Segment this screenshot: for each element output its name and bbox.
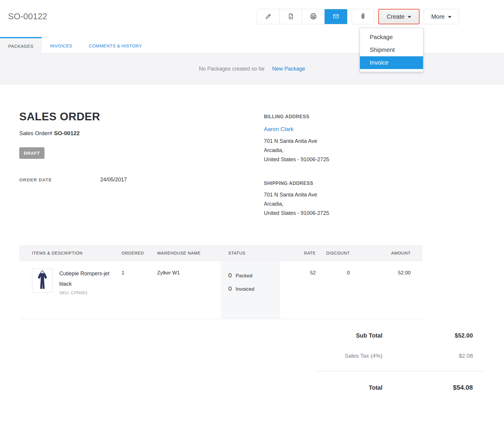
toolbar: Create More xyxy=(257,9,459,24)
chevron-down-icon xyxy=(448,16,452,18)
item-status-cell: 0 Packed 0 Invoiced xyxy=(221,261,280,319)
billing-address-line: 701 N Santa Anita Ave xyxy=(264,137,329,146)
packed-count: 0 xyxy=(228,272,232,279)
total-value: $54.08 xyxy=(382,384,485,391)
invoiced-label: Invoiced xyxy=(236,286,254,292)
billing-address-lines: 701 N Santa Anita Ave Arcadia, United St… xyxy=(264,137,329,164)
order-date-row: ORDER DATE 24/05/2017 xyxy=(19,177,264,183)
sales-tax-label: Sales Tax (4%) xyxy=(316,353,382,359)
billing-contact-link[interactable]: Aaron Clark xyxy=(264,126,329,132)
create-button-label: Create xyxy=(387,13,404,20)
item-name: Cutiepie Rompers-jet black xyxy=(59,268,120,289)
action-button-group xyxy=(257,9,347,24)
order-date-value: 24/05/2017 xyxy=(100,177,127,183)
item-discount: 0 xyxy=(316,261,350,319)
order-number-value: SO-00122 xyxy=(54,130,80,136)
tab-packages[interactable]: PACKAGES xyxy=(0,37,42,54)
subtotal-value: $52.00 xyxy=(382,332,485,339)
shipping-address-line: United States - 91006-2725 xyxy=(264,209,329,218)
tab-comments-history[interactable]: COMMENTS & HISTORY xyxy=(81,37,150,53)
create-button[interactable]: Create xyxy=(378,9,420,24)
order-date-label: ORDER DATE xyxy=(19,177,100,182)
pdf-file-icon xyxy=(287,13,294,21)
item-ordered-qty: 1 xyxy=(122,261,157,319)
packages-empty-bar: No Packages created so far New Package xyxy=(0,54,504,84)
status-badge: DRAFT xyxy=(19,147,44,159)
attachment-button[interactable] xyxy=(352,9,374,24)
subtotal-row: Sub Total $52.00 xyxy=(316,332,485,339)
page-title: SO-00122 xyxy=(8,9,47,24)
totals-divider xyxy=(316,371,485,371)
item-warehouse: Zylker W1 xyxy=(157,261,221,319)
status-packed: 0 Packed xyxy=(228,272,280,279)
shipping-address-line: 701 N Santa Anita Ave xyxy=(264,190,329,199)
tab-invoices[interactable]: INVOICES xyxy=(42,37,81,53)
column-header-warehouse: WAREHOUSE NAME xyxy=(157,251,221,255)
create-dropdown-menu: Package Shipment Invoice xyxy=(360,28,423,72)
column-header-status: STATUS xyxy=(221,251,280,255)
order-number-label: Sales Order# xyxy=(19,130,52,136)
shipping-address-heading: SHIPPING ADDRESS xyxy=(264,181,329,186)
order-number-line: Sales Order# SO-00122 xyxy=(19,130,264,137)
billing-address-line: Arcadia, xyxy=(264,146,329,155)
menu-item-package[interactable]: Package xyxy=(360,31,423,44)
totals-section: Sub Total $52.00 Sales Tax (4%) $2.08 To… xyxy=(316,319,485,409)
printer-icon xyxy=(310,12,317,21)
packed-label: Packed xyxy=(236,273,253,279)
no-packages-text: No Packages created so far xyxy=(199,66,265,72)
menu-item-shipment[interactable]: Shipment xyxy=(360,44,423,56)
menu-item-invoice[interactable]: Invoice xyxy=(360,56,423,69)
tab-invoices-label: INVOICES xyxy=(50,43,72,48)
column-header-rate: RATE xyxy=(280,251,316,255)
items-table: ITEMS & DESCRIPTION ORDERED WAREHOUSE NA… xyxy=(19,245,422,319)
shipping-address-line: Arcadia, xyxy=(264,199,329,209)
column-header-ordered: ORDERED xyxy=(122,251,157,255)
document-title: SALES ORDER xyxy=(19,111,264,123)
top-bar: SO-00122 xyxy=(0,0,504,37)
tab-comments-history-label: COMMENTS & HISTORY xyxy=(89,43,142,48)
billing-address-block: BILLING ADDRESS Aaron Clark 701 N Santa … xyxy=(264,114,329,164)
total-row: Total $54.08 xyxy=(316,384,485,391)
subtotal-label: Sub Total xyxy=(316,332,382,339)
shipping-address-lines: 701 N Santa Anita Ave Arcadia, United St… xyxy=(264,190,329,218)
column-header-items: ITEMS & DESCRIPTION xyxy=(19,251,122,255)
items-table-header: ITEMS & DESCRIPTION ORDERED WAREHOUSE NA… xyxy=(19,245,422,261)
item-rate: 52 xyxy=(280,261,316,319)
tab-packages-label: PACKAGES xyxy=(8,44,34,49)
pdf-button[interactable] xyxy=(280,9,302,24)
envelope-icon xyxy=(332,12,340,21)
more-button[interactable]: More xyxy=(424,9,459,24)
chevron-down-icon xyxy=(408,16,411,18)
paperclip-icon xyxy=(359,12,367,21)
column-header-discount: DISCOUNT xyxy=(316,251,350,255)
table-row: Cutiepie Rompers-jet black SKU: CPR001 1… xyxy=(19,261,422,319)
shipping-address-block: SHIPPING ADDRESS 701 N Santa Anita Ave A… xyxy=(264,181,329,218)
billing-address-heading: BILLING ADDRESS xyxy=(264,114,329,119)
pencil-icon xyxy=(265,13,272,21)
sales-tax-value: $2.08 xyxy=(382,353,485,359)
new-package-link[interactable]: New Package xyxy=(272,66,305,72)
more-button-label: More xyxy=(431,13,445,20)
item-sku: SKU: CPR001 xyxy=(59,290,120,295)
print-button[interactable] xyxy=(302,9,325,24)
item-description: Cutiepie Rompers-jet black SKU: CPR001 xyxy=(59,268,120,319)
tab-bar: PACKAGES INVOICES COMMENTS & HISTORY xyxy=(0,37,504,54)
edit-button[interactable] xyxy=(257,9,280,24)
email-button[interactable] xyxy=(325,9,347,24)
product-thumbnail xyxy=(32,268,53,293)
sales-order-document: SALES ORDER Sales Order# SO-00122 DRAFT … xyxy=(0,111,504,409)
status-invoiced: 0 Invoiced xyxy=(228,285,280,292)
sales-tax-row: Sales Tax (4%) $2.08 xyxy=(316,353,485,359)
total-label: Total xyxy=(316,384,382,391)
column-header-amount: AMOUNT xyxy=(350,251,422,255)
item-amount: 52.00 xyxy=(350,261,422,319)
invoiced-count: 0 xyxy=(228,285,232,292)
romper-product-image xyxy=(34,269,51,292)
billing-address-line: United States - 91006-2725 xyxy=(264,155,329,164)
